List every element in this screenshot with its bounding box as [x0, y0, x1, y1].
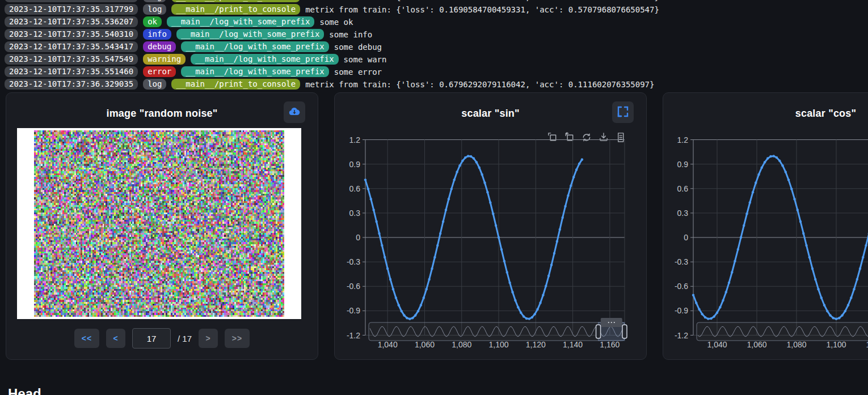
level-badge: error — [143, 66, 176, 77]
page-total-label: / 17 — [178, 334, 192, 343]
log-message: some ok — [319, 18, 353, 27]
datazoom-handle[interactable] — [622, 325, 627, 338]
clipped-log-row: 2023-12-10T17:37:35.317799log__main__/pr… — [5, 0, 868, 2]
y-axis-tick-label: -0.9 — [675, 306, 688, 315]
level-badge: log — [143, 0, 166, 2]
line-chart: 1.20.90.60.30-0.3-0.6-0.9-1.21,0401,0601… — [335, 93, 647, 360]
image-panel: image "random noise" << < / 17 > >> — [6, 92, 318, 360]
level-badge: warning — [143, 54, 186, 65]
y-axis-tick-label: 0 — [356, 233, 360, 242]
timestamp-badge: 2023-12-10T17:37:35.551460 — [5, 66, 138, 77]
source-badge: __main__/log_with_some_prefix — [181, 41, 328, 52]
level-badge: log — [143, 4, 166, 15]
image-download-button[interactable] — [284, 101, 305, 123]
y-axis-tick-label: 1.2 — [349, 135, 361, 145]
level-badge: ok — [143, 16, 162, 27]
y-axis-tick-label: 0.9 — [677, 160, 689, 169]
y-axis-tick-label: 0.9 — [349, 160, 361, 169]
log-message: some error — [334, 67, 382, 77]
x-axis-tick-label: 1,060 — [747, 340, 766, 349]
y-axis-tick-label: -1.2 — [347, 331, 360, 340]
timestamp-badge: 2023-12-10T17:37:35.547549 — [5, 54, 138, 65]
log-row: 2023-12-10T17:37:36.329035log__main__/pr… — [5, 79, 868, 90]
next-page-button[interactable]: > — [199, 329, 218, 348]
log-console: 2023-12-10T17:37:35.317799log__main__/pr… — [5, 0, 868, 90]
x-axis-tick-label: 1,160 — [600, 340, 620, 349]
x-axis-tick-label: 1,060 — [415, 340, 435, 349]
x-axis-tick-label: 1,120 — [866, 340, 868, 349]
scalar-cos-panel: scalar "cos" 1.20.90.60.30-0.3-0.6-0.9-1… — [663, 92, 868, 360]
image-panel-title: image "random noise" — [6, 108, 318, 120]
level-badge: log — [143, 79, 166, 90]
y-axis-tick-label: -1.2 — [675, 331, 688, 340]
y-axis-tick-label: -0.9 — [347, 306, 360, 315]
scalar-sin-panel: scalar "sin" 1.20.90.60.30-0.3-0.6-0.9-1… — [334, 92, 647, 360]
source-badge: __main__/print_to_console — [171, 4, 300, 15]
x-axis-tick-label: 1,080 — [786, 340, 806, 349]
x-axis-tick-label: 1,100 — [826, 340, 846, 349]
log-message: metrix from train: {'loss': 0.1690584700… — [305, 0, 659, 2]
datazoom-handle[interactable] — [596, 325, 601, 338]
x-axis-tick-label: 1,040 — [378, 340, 398, 349]
source-badge: __main__/print_to_console — [171, 79, 300, 90]
section-heading: Head — [8, 386, 41, 395]
log-row: 2023-12-10T17:37:35.317799log__main__/pr… — [5, 0, 868, 2]
timestamp-badge: 2023-12-10T17:37:35.317799 — [5, 0, 138, 2]
random-noise-image — [34, 130, 284, 317]
y-axis-tick-label: -0.6 — [347, 282, 360, 291]
x-axis-tick-label: 1,040 — [707, 340, 727, 349]
log-message: some info — [329, 30, 372, 39]
app-screen: 2023-12-10T17:37:35.317799log__main__/pr… — [0, 0, 868, 395]
log-message: some warn — [344, 55, 387, 64]
page-number-input[interactable] — [132, 328, 171, 349]
prev-page-button[interactable]: < — [106, 329, 125, 348]
y-axis-tick-label: 0.3 — [349, 209, 361, 218]
logged-image-frame — [17, 128, 301, 319]
y-axis-tick-label: 0.6 — [677, 184, 689, 193]
x-axis-tick-label: 1,100 — [489, 340, 509, 349]
timestamp-badge: 2023-12-10T17:37:35.540310 — [5, 29, 138, 40]
log-message: metrix from train: {'loss': 0.6796292079… — [305, 80, 654, 89]
log-row: 2023-12-10T17:37:35.547549warning__main_… — [5, 54, 868, 65]
y-axis-tick-label: 0.6 — [349, 184, 361, 193]
log-row: 2023-12-10T17:37:35.543417debug__main__/… — [5, 41, 868, 52]
cloud-download-icon — [288, 105, 301, 120]
x-axis-tick-label: 1,120 — [526, 340, 546, 349]
y-axis-tick-label: 1.2 — [677, 135, 689, 145]
level-badge: debug — [143, 41, 176, 52]
source-badge: __main__/log_with_some_prefix — [191, 54, 338, 65]
image-pagination: << < / 17 > >> — [6, 328, 318, 349]
log-message: metrix from train: {'loss': 0.1690584700… — [305, 5, 659, 14]
source-badge: __main__/log_with_some_prefix — [167, 16, 314, 27]
timestamp-badge: 2023-12-10T17:37:35.543417 — [5, 41, 138, 52]
timestamp-badge: 2023-12-10T17:37:35.536207 — [5, 16, 138, 27]
log-message: some debug — [334, 43, 382, 52]
source-badge: __main__/print_to_console — [171, 0, 300, 2]
y-axis-tick-label: -0.3 — [675, 257, 688, 266]
last-page-button[interactable]: >> — [225, 329, 250, 348]
x-axis-tick-label: 1,140 — [563, 340, 583, 349]
level-badge: info — [143, 29, 171, 40]
y-axis-tick-label: 0.3 — [677, 209, 689, 218]
x-axis-tick-label: 1,080 — [452, 340, 471, 349]
source-badge: __main__/log_with_some_prefix — [176, 29, 324, 40]
source-badge: __main__/log_with_some_prefix — [181, 66, 328, 77]
log-row: 2023-12-10T17:37:35.540310info__main__/l… — [5, 29, 868, 40]
y-axis-tick-label: -0.6 — [675, 282, 688, 291]
log-row: 2023-12-10T17:37:35.551460error__main__/… — [5, 66, 868, 77]
log-row: 2023-12-10T17:37:35.536207ok__main__/log… — [5, 16, 868, 27]
log-row: 2023-12-10T17:37:35.317799log__main__/pr… — [5, 4, 868, 15]
y-axis-tick-label: -0.3 — [347, 257, 360, 266]
y-axis-tick-label: 0 — [684, 233, 688, 242]
timestamp-badge: 2023-12-10T17:37:36.329035 — [5, 79, 138, 90]
first-page-button[interactable]: << — [74, 329, 99, 348]
line-chart: 1.20.90.60.30-0.3-0.6-0.9-1.21,0401,0601… — [663, 93, 868, 360]
timestamp-badge: 2023-12-10T17:37:35.317799 — [5, 4, 138, 15]
panels-row: image "random noise" << < / 17 > >> — [6, 92, 868, 360]
